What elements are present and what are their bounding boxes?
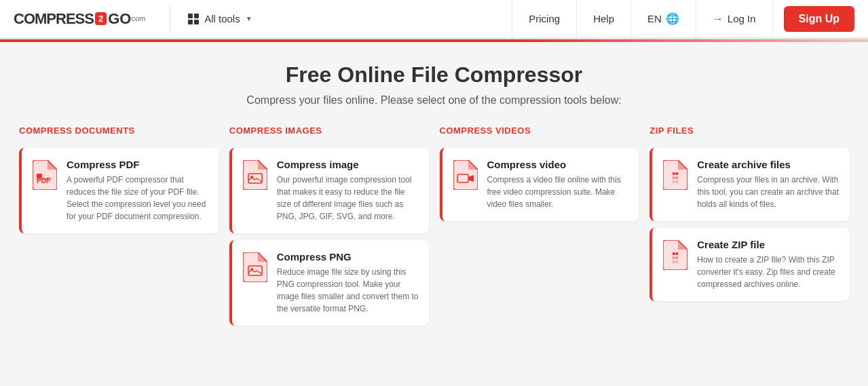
category-documents: COMPRESS DOCUMENTS PDF Compress PDF A po…: [14, 126, 224, 332]
login-icon: →: [713, 13, 723, 25]
zip-icon: [662, 239, 689, 271]
archive-tool-desc: Compress your files in an archive. With …: [697, 174, 839, 210]
tool-compress-pdf[interactable]: PDF Compress PDF A powerful PDF compress…: [19, 148, 219, 233]
help-link[interactable]: Help: [577, 0, 631, 39]
zip-tool-desc: How to create a ZIP file? With this ZIP …: [697, 254, 839, 290]
category-zip: ZIP FILES Create archive files Co: [644, 126, 854, 332]
image-icon: [242, 159, 269, 191]
archive-tool-info: Create archive files Compress your files…: [697, 159, 839, 210]
png-tool-name: Compress PNG: [277, 251, 419, 263]
chevron-down-icon: ▼: [246, 15, 252, 22]
category-documents-title: COMPRESS DOCUMENTS: [19, 126, 219, 140]
globe-icon: 🌐: [666, 12, 679, 25]
category-videos: COMPRESS VIDEOS Compress video Compress …: [434, 126, 645, 332]
all-tools-button[interactable]: All tools ▼: [181, 9, 259, 28]
main-content: Free Online File Compressor Compress you…: [0, 42, 868, 346]
tool-create-zip[interactable]: Create ZIP file How to create a ZIP file…: [649, 228, 849, 301]
hero-title: Free Online File Compressor: [14, 62, 854, 88]
svg-rect-1: [37, 174, 42, 178]
video-tool-info: Compress video Compress a video file onl…: [487, 159, 630, 210]
language-selector[interactable]: EN 🌐: [631, 0, 696, 39]
lang-label: EN: [647, 13, 662, 24]
grid-icon: [188, 14, 199, 24]
category-images: COMPRESS IMAGES Compress image Our power…: [224, 126, 434, 332]
login-label: Log In: [728, 13, 756, 24]
category-videos-title: COMPRESS VIDEOS: [440, 126, 639, 140]
category-images-title: COMPRESS IMAGES: [229, 126, 429, 140]
login-button[interactable]: → Log In: [696, 0, 773, 39]
tool-compress-video[interactable]: Compress video Compress a video file onl…: [440, 148, 639, 221]
pdf-icon: PDF: [31, 159, 58, 191]
header-divider: [170, 5, 170, 33]
logo-compress: COMPRESS: [14, 10, 94, 28]
header: COMPRESS 2 GO com All tools ▼ Pricing He…: [0, 0, 868, 39]
logo-com: com: [131, 14, 145, 22]
image-tool-name: Compress image: [277, 159, 419, 170]
archive-tool-name: Create archive files: [697, 159, 839, 170]
all-tools-label: All tools: [204, 13, 240, 24]
png-tool-desc: Reduce image file size by using this PNG…: [277, 266, 419, 315]
archive-icon: [662, 159, 689, 191]
png-icon: [242, 251, 269, 284]
video-tool-name: Compress video: [487, 159, 630, 170]
pricing-link[interactable]: Pricing: [512, 0, 577, 39]
category-zip-title: ZIP FILES: [649, 126, 849, 140]
tool-create-archive[interactable]: Create archive files Compress your files…: [649, 148, 849, 221]
tool-compress-image[interactable]: Compress image Our powerful image compre…: [229, 148, 429, 233]
categories-grid: COMPRESS DOCUMENTS PDF Compress PDF A po…: [14, 126, 854, 332]
png-tool-info: Compress PNG Reduce image file size by u…: [277, 251, 419, 315]
video-icon: [452, 159, 479, 191]
zip-tool-info: Create ZIP file How to create a ZIP file…: [697, 239, 839, 290]
logo[interactable]: COMPRESS 2 GO com: [14, 10, 145, 28]
zip-tool-name: Create ZIP file: [697, 239, 839, 250]
image-tool-info: Compress image Our powerful image compre…: [277, 159, 419, 223]
logo-badge: 2: [95, 12, 107, 25]
tool-compress-png[interactable]: Compress PNG Reduce image file size by u…: [229, 240, 429, 326]
pdf-tool-info: Compress PDF A powerful PDF compressor t…: [67, 159, 209, 223]
image-tool-desc: Our powerful image compression tool that…: [277, 174, 419, 223]
signup-button[interactable]: Sign Up: [784, 6, 854, 32]
pdf-tool-name: Compress PDF: [67, 159, 209, 170]
main-nav: Pricing Help EN 🌐 → Log In Sign Up: [512, 0, 854, 39]
hero-subtitle: Compress your files online. Please selec…: [14, 94, 854, 107]
pdf-tool-desc: A powerful PDF compressor that reduces t…: [67, 174, 209, 223]
svg-text:PDF: PDF: [37, 177, 50, 185]
video-tool-desc: Compress a video file online with this f…: [487, 174, 630, 210]
logo-go: GO: [108, 10, 131, 28]
